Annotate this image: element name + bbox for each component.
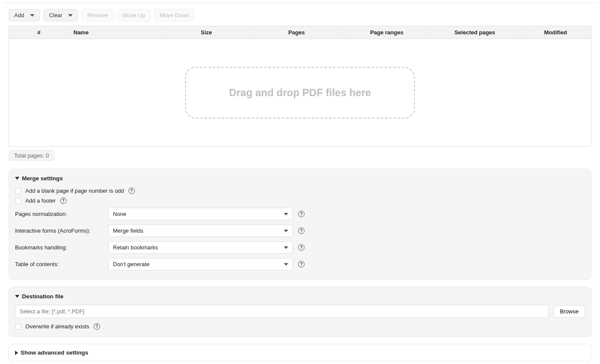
chevron-down-icon — [284, 263, 288, 266]
drop-hint: Drag and drop PDF files here — [185, 67, 415, 118]
column-name[interactable]: Name — [69, 26, 164, 39]
overwrite-row: Overwrite if already exists ? — [15, 322, 585, 331]
clear-label: Clear — [49, 12, 62, 18]
advanced-settings-title: Show advanced settings — [21, 349, 88, 356]
add-label: Add — [14, 12, 24, 18]
drop-zone[interactable]: Drag and drop PDF files here — [9, 39, 591, 146]
total-pages-label: Total pages: 0 — [9, 150, 55, 161]
help-icon[interactable]: ? — [298, 261, 305, 267]
blank-page-odd-row: Add a blank page if page number is odd ? — [15, 186, 585, 196]
advanced-settings-header[interactable]: Show advanced settings — [15, 349, 585, 356]
move-down-label: Move Down — [160, 12, 189, 18]
toc-value: Don't generate — [113, 261, 149, 267]
normalization-value: None — [113, 211, 126, 217]
destination-title: Destination file — [22, 293, 64, 300]
column-selected-pages[interactable]: Selected pages — [430, 26, 520, 39]
add-footer-label: Add a footer — [25, 197, 56, 204]
bookmarks-row: Bookmarks handling: Retain bookmarks ? — [15, 239, 585, 256]
bookmarks-value: Retain bookmarks — [113, 244, 158, 251]
normalization-row: Pages normalization: None ? — [15, 206, 585, 222]
chevron-down-icon — [284, 213, 288, 215]
forms-value: Merge fields — [113, 228, 143, 234]
move-up-button[interactable]: Move Up — [117, 9, 151, 21]
merge-settings-title: Merge settings — [22, 175, 63, 182]
toc-row: Table of contents: Don't generate ? — [15, 256, 585, 273]
forms-row: Interactive forms (AcroForms): Merge fie… — [15, 222, 585, 239]
help-icon[interactable]: ? — [94, 323, 100, 330]
destination-file-row: Browse — [15, 304, 585, 322]
bookmarks-select[interactable]: Retain bookmarks — [108, 241, 293, 254]
chevron-down-icon — [284, 246, 288, 249]
normalization-select[interactable]: None — [108, 208, 293, 220]
column-size[interactable]: Size — [164, 26, 250, 39]
chevron-down-icon — [68, 14, 73, 17]
overwrite-label: Overwrite if already exists — [25, 323, 89, 330]
column-pages[interactable]: Pages — [250, 26, 344, 39]
column-index[interactable]: # — [9, 26, 69, 39]
help-icon[interactable]: ? — [298, 244, 305, 251]
top-divider — [4, 3, 596, 3]
column-page-ranges[interactable]: Page ranges — [344, 26, 430, 39]
normalization-label: Pages normalization: — [15, 211, 103, 217]
bookmarks-label: Bookmarks handling: — [15, 244, 103, 251]
add-footer-row: Add a footer ? — [15, 196, 585, 206]
move-up-label: Move Up — [123, 12, 145, 18]
browse-button[interactable]: Browse — [554, 305, 585, 318]
add-footer-checkbox[interactable] — [15, 198, 21, 204]
add-button[interactable]: Add — [9, 9, 40, 21]
chevron-down-icon — [30, 14, 34, 17]
advanced-settings-panel: Show advanced settings — [9, 344, 591, 361]
file-table: # Name Size Pages Page ranges Selected p… — [9, 26, 591, 147]
clear-button[interactable]: Clear — [43, 9, 78, 21]
chevron-down-icon — [15, 177, 19, 180]
remove-label: Remove — [87, 12, 108, 18]
destination-panel: Destination file Browse Overwrite if alr… — [9, 287, 591, 337]
blank-page-odd-checkbox[interactable] — [15, 188, 21, 194]
merge-settings-panel: Merge settings Add a blank page if page … — [9, 169, 591, 280]
help-icon[interactable]: ? — [298, 211, 305, 217]
toc-label: Table of contents: — [15, 261, 103, 267]
merge-settings-header[interactable]: Merge settings — [15, 173, 585, 186]
chevron-down-icon — [284, 230, 288, 232]
blank-page-odd-label: Add a blank page if page number is odd — [25, 188, 124, 194]
remove-button[interactable]: Remove — [82, 9, 113, 21]
destination-file-input[interactable] — [15, 305, 548, 318]
help-icon[interactable]: ? — [128, 188, 135, 194]
chevron-right-icon — [15, 351, 18, 355]
overwrite-checkbox[interactable] — [15, 324, 21, 330]
help-icon[interactable]: ? — [60, 197, 67, 204]
chevron-down-icon — [15, 295, 19, 298]
destination-header[interactable]: Destination file — [15, 291, 585, 304]
toolbar: Add Clear Remove Move Up Move Down — [4, 7, 596, 26]
forms-label: Interactive forms (AcroForms): — [15, 228, 103, 234]
table-header: # Name Size Pages Page ranges Selected p… — [9, 26, 591, 39]
help-icon[interactable]: ? — [298, 228, 305, 234]
column-modified[interactable]: Modified — [520, 26, 591, 39]
toc-select[interactable]: Don't generate — [108, 258, 293, 270]
forms-select[interactable]: Merge fields — [108, 224, 293, 237]
move-down-button[interactable]: Move Down — [154, 9, 195, 21]
